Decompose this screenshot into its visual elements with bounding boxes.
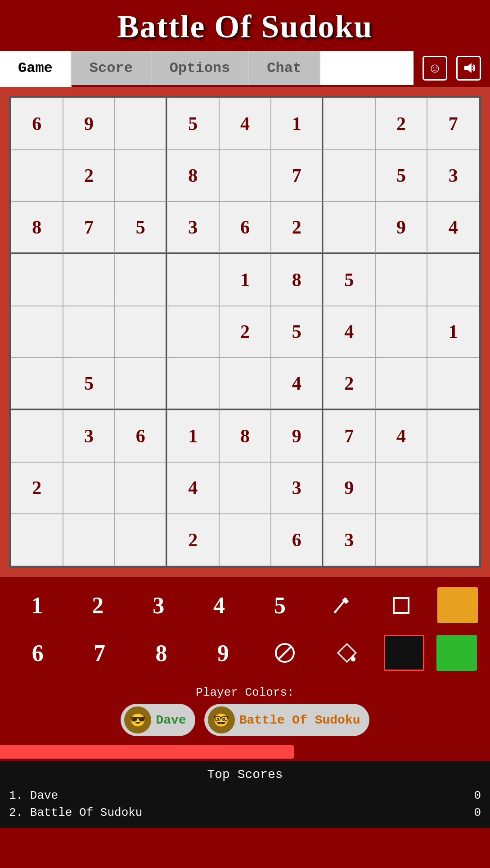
cell-r7-c1[interactable] (11, 410, 63, 462)
player-chip-dave[interactable]: 😎Dave (121, 704, 195, 736)
cell-r8-c3[interactable] (115, 462, 167, 514)
sound-button[interactable] (456, 56, 481, 81)
cell-r6-c8[interactable] (375, 358, 427, 410)
cell-r3-c2[interactable]: 7 (63, 202, 115, 254)
numpad-btn-2[interactable]: 2 (73, 585, 122, 625)
cell-r2-c4[interactable]: 8 (167, 150, 219, 202)
cell-r6-c7[interactable]: 2 (323, 358, 375, 410)
cell-r5-c1[interactable] (11, 306, 63, 358)
cell-r8-c9[interactable] (427, 462, 479, 514)
cell-r4-c3[interactable] (115, 254, 167, 306)
cell-r6-c2[interactable]: 5 (63, 358, 115, 410)
cell-r1-c6[interactable]: 1 (271, 98, 323, 150)
numpad-btn-5[interactable]: 5 (255, 585, 305, 625)
nav-tab-game[interactable]: Game (0, 51, 72, 87)
cell-r8-c2[interactable] (63, 462, 115, 514)
cell-r7-c4[interactable]: 1 (167, 410, 219, 462)
cell-r8-c5[interactable] (219, 462, 271, 514)
cell-r9-c9[interactable] (427, 514, 479, 566)
cell-r9-c4[interactable]: 2 (167, 514, 219, 566)
cell-r5-c6[interactable]: 5 (271, 306, 323, 358)
nav-tab-chat[interactable]: Chat (249, 51, 320, 85)
numpad-icon-square[interactable] (377, 585, 426, 625)
cell-r8-c4[interactable]: 4 (167, 462, 219, 514)
cell-r9-c8[interactable] (375, 514, 427, 566)
cell-r3-c4[interactable]: 3 (167, 202, 219, 254)
cell-r3-c7[interactable] (323, 202, 375, 254)
cell-r4-c9[interactable] (427, 254, 479, 306)
cell-r4-c6[interactable]: 8 (271, 254, 323, 306)
cell-r4-c8[interactable] (375, 254, 427, 306)
cell-r2-c1[interactable] (11, 150, 63, 202)
cell-r9-c1[interactable] (11, 514, 63, 566)
cell-r8-c1[interactable]: 2 (11, 462, 63, 514)
cell-r1-c5[interactable]: 4 (219, 98, 271, 150)
cell-r7-c5[interactable]: 8 (219, 410, 271, 462)
cell-r7-c7[interactable]: 7 (323, 410, 375, 462)
numpad-btn-4[interactable]: 4 (194, 585, 244, 625)
cell-r9-c6[interactable]: 6 (271, 514, 323, 566)
cell-r9-c5[interactable] (219, 514, 271, 566)
cell-r4-c4[interactable] (167, 254, 219, 306)
cell-r1-c4[interactable]: 5 (167, 98, 219, 150)
cell-r1-c1[interactable]: 6 (11, 98, 63, 150)
cell-r9-c7[interactable]: 3 (323, 514, 375, 566)
cell-r4-c5[interactable]: 1 (219, 254, 271, 306)
cell-r6-c5[interactable] (219, 358, 271, 410)
cell-r8-c8[interactable] (375, 462, 427, 514)
cell-r2-c7[interactable] (323, 150, 375, 202)
numpad-btn-8[interactable]: 8 (136, 633, 186, 673)
numpad-btn-9[interactable]: 9 (198, 633, 248, 673)
cell-r7-c6[interactable]: 9 (271, 410, 323, 462)
cell-r7-c9[interactable] (427, 410, 479, 462)
cell-r6-c3[interactable] (115, 358, 167, 410)
cell-r9-c2[interactable] (63, 514, 115, 566)
cell-r1-c3[interactable] (115, 98, 167, 150)
cell-r8-c6[interactable]: 3 (271, 462, 323, 514)
cell-r1-c7[interactable] (323, 98, 375, 150)
nav-tab-score[interactable]: Score (72, 51, 152, 85)
cell-r5-c2[interactable] (63, 306, 115, 358)
cell-r6-c4[interactable] (167, 358, 219, 410)
cell-r6-c9[interactable] (427, 358, 479, 410)
cell-r7-c8[interactable]: 4 (375, 410, 427, 462)
cell-r5-c3[interactable] (115, 306, 167, 358)
cell-r1-c9[interactable]: 7 (427, 98, 479, 150)
cell-r2-c3[interactable] (115, 150, 167, 202)
cell-r2-c2[interactable]: 2 (63, 150, 115, 202)
cell-r6-c1[interactable] (11, 358, 63, 410)
cell-r1-c2[interactable]: 9 (63, 98, 115, 150)
numpad-icon-erase[interactable] (260, 633, 310, 673)
numpad-icon-fill[interactable] (322, 633, 372, 673)
cell-r2-c5[interactable] (219, 150, 271, 202)
numpad-btn-1[interactable]: 1 (12, 585, 62, 625)
cell-r9-c3[interactable] (115, 514, 167, 566)
numpad-btn-3[interactable]: 3 (134, 585, 183, 625)
color-swatch-111111[interactable] (384, 635, 424, 671)
cell-r5-c9[interactable]: 1 (427, 306, 479, 358)
numpad-btn-7[interactable]: 7 (75, 633, 124, 673)
cell-r5-c4[interactable] (167, 306, 219, 358)
numpad-btn-6[interactable]: 6 (13, 633, 63, 673)
cell-r4-c7[interactable]: 5 (323, 254, 375, 306)
numpad-icon-pencil[interactable] (316, 585, 365, 625)
emoji-button[interactable]: ☺ (423, 56, 447, 81)
cell-r6-c6[interactable]: 4 (271, 358, 323, 410)
cell-r4-c1[interactable] (11, 254, 63, 306)
cell-r5-c7[interactable]: 4 (323, 306, 375, 358)
cell-r8-c7[interactable]: 9 (323, 462, 375, 514)
cell-r2-c6[interactable]: 7 (271, 150, 323, 202)
color-swatch-e8a020[interactable] (437, 587, 478, 623)
player-chip-battle-of-sudoku[interactable]: 🤓Battle Of Sudoku (204, 704, 369, 736)
cell-r3-c1[interactable]: 8 (11, 202, 63, 254)
nav-tab-options[interactable]: Options (152, 51, 249, 85)
cell-r3-c6[interactable]: 2 (271, 202, 323, 254)
cell-r3-c3[interactable]: 5 (115, 202, 167, 254)
cell-r7-c3[interactable]: 6 (115, 410, 167, 462)
cell-r4-c2[interactable] (63, 254, 115, 306)
cell-r3-c5[interactable]: 6 (219, 202, 271, 254)
cell-r3-c8[interactable]: 9 (375, 202, 427, 254)
color-swatch-2db82d[interactable] (436, 635, 477, 671)
cell-r7-c2[interactable]: 3 (63, 410, 115, 462)
cell-r5-c5[interactable]: 2 (219, 306, 271, 358)
